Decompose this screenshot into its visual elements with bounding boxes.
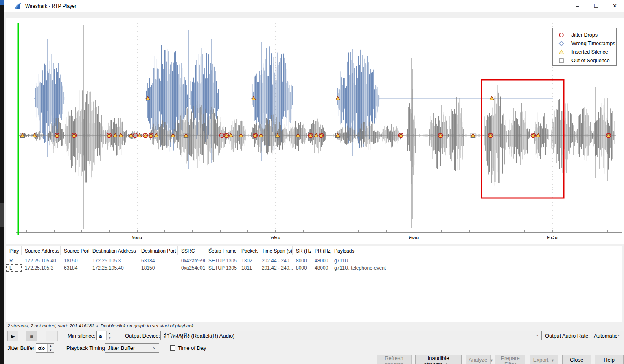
cell: SETUP 1305 <box>205 264 238 272</box>
legend-item: Out of Sequence <box>558 56 616 65</box>
chevron-down-icon: ⌄ <box>535 331 539 339</box>
button-label: Analyze <box>469 357 487 363</box>
legend-item: Inserted Silence <box>558 48 616 56</box>
dropdown-arrow-icon: ▼ <box>551 358 554 362</box>
output-device-label: Output Device: <box>125 331 160 340</box>
stream-row-R[interactable]: R172.25.105.4018150172.25.105.3631840x42… <box>6 257 622 264</box>
playhead-line[interactable] <box>18 23 19 235</box>
button-label: Close <box>570 357 583 363</box>
button-label: Export <box>533 357 549 363</box>
column-header-source-address[interactable]: Source Address <box>22 246 61 255</box>
cell: R <box>6 257 22 264</box>
column-header-payloads[interactable]: Payloads <box>331 246 575 255</box>
jitter-buffer-label: Jitter Buffer: <box>7 343 36 353</box>
legend-label: Jitter Drops <box>571 32 598 38</box>
min-silence-label: Min silence: <box>68 331 96 340</box>
diamond-legend-icon <box>558 41 564 46</box>
time-of-day-checkbox[interactable] <box>170 345 175 351</box>
legend-item: Jitter Drops <box>558 31 616 39</box>
analyze-button[interactable]: Analyze▼ <box>466 355 491 364</box>
column-header-ssrc[interactable]: SSRC <box>178 246 205 255</box>
min-silence-spinner[interactable]: ๒ ▲▼ <box>96 331 113 340</box>
circle-legend-icon <box>558 32 564 38</box>
button-label: Help <box>604 357 615 363</box>
axis-label: ๒๓๐ <box>409 234 419 240</box>
triangle-legend-icon <box>558 49 564 55</box>
jitter-buffer-value: ๕๐ <box>38 344 45 352</box>
table-header[interactable]: PlaySource AddressSource PortDestination… <box>6 246 622 255</box>
desktop-edge-strip <box>0 0 4 364</box>
column-header-time-span-s-[interactable]: Time Span (s) <box>258 246 293 255</box>
cell: L <box>6 264 22 272</box>
cell: g711U, telephone-event <box>331 264 575 272</box>
cell: 1811 <box>238 264 258 272</box>
cell: 18150 <box>138 264 178 272</box>
chevron-down-icon: ⌄ <box>152 343 156 351</box>
cell: 63184 <box>61 264 89 272</box>
titlebar: Wireshark · RTP Player – ☐ ✕ <box>4 0 624 12</box>
axis-label: ๒๒๐ <box>270 234 280 240</box>
jitter-buffer-spinner[interactable]: ๕๐ ▲▼ <box>36 343 54 353</box>
output-audio-rate-label: Output Audio Rate: <box>545 331 590 340</box>
maximize-button[interactable]: ☐ <box>587 0 605 12</box>
close-window-button[interactable]: ✕ <box>606 0 624 12</box>
column-header-source-port[interactable]: Source Port <box>61 246 89 255</box>
pause-button[interactable] <box>46 331 58 341</box>
column-header-destination-port[interactable]: Destination Port <box>138 246 178 255</box>
cell: 48000 <box>311 264 331 272</box>
cell: 172.25.105.3 <box>89 257 138 264</box>
cell: 48000 <box>311 257 331 264</box>
cell: g711U <box>331 257 575 264</box>
wireshark-logo-icon <box>15 2 22 10</box>
inaudible-streams-button[interactable]: Inaudible streams▼ <box>415 355 462 364</box>
column-header-packets[interactable]: Packets <box>238 246 258 255</box>
axis-label: ๒๔๐ <box>547 234 558 240</box>
legend-label: Out of Sequence <box>571 58 610 63</box>
column-header-pr-hz-[interactable]: PR (Hz) <box>311 246 331 255</box>
close-button[interactable]: Close <box>562 355 591 364</box>
rtp-streams-table[interactable]: PlaySource AddressSource PortDestination… <box>6 246 622 322</box>
button-label: Inaudible streams <box>424 355 449 364</box>
help-button[interactable]: Help <box>595 355 624 364</box>
playback-timing-combobox[interactable]: Jitter Buffer ⌄ <box>105 343 159 353</box>
chart-legend: Jitter DropsWrong TimestampsInserted Sil… <box>552 28 617 66</box>
legend-item: Wrong Timestamps <box>558 39 616 48</box>
cell: 18150 <box>61 257 89 264</box>
legend-label: Inserted Silence <box>571 49 608 55</box>
spinner-arrows-icon[interactable]: ▲▼ <box>47 344 54 352</box>
sort-indicator-icon: ㅅ <box>209 246 213 251</box>
taskbar-icon-fragment <box>0 0 4 5</box>
playback-timing-value: Jitter Buffer <box>108 345 135 351</box>
column-header-destination-address[interactable]: Destination Address <box>89 246 138 255</box>
axis-label: ๒๑๐ <box>132 234 142 240</box>
cell: 172.25.105.40 <box>89 264 138 272</box>
cell: 63184 <box>138 257 178 264</box>
cell: 201.42 - 240.... <box>258 264 293 272</box>
export-button[interactable]: Export▼ <box>530 355 558 364</box>
cell: 0xa254e017 <box>178 264 205 272</box>
square-legend-icon <box>558 58 564 63</box>
status-text: 2 streams, 2 not muted, start: 201.41618… <box>7 323 195 328</box>
cell: 8000 <box>293 257 311 264</box>
play-button[interactable]: ▶ <box>7 331 18 341</box>
minimize-button[interactable]: – <box>568 0 587 12</box>
output-device-combobox[interactable]: ลำโพง/หูฟัง (Realtek(R) Audio) ⌄ <box>160 331 542 340</box>
stop-button[interactable]: ■ <box>26 331 37 341</box>
cell: 0x42afe59b <box>178 257 205 264</box>
window-title: Wireshark · RTP Player <box>25 3 77 9</box>
output-device-value: ลำโพง/หูฟัง (Realtek(R) Audio) <box>163 333 234 339</box>
prepare-filter-button[interactable]: Prepare Filter <box>495 355 525 364</box>
output-audio-rate-value: Automatic <box>594 333 617 339</box>
output-audio-rate-combobox[interactable]: Automatic ⌄ <box>591 331 624 340</box>
waveform-chart[interactable]: ๒๑๐๒๒๐๒๓๐๒๔๐ Jitter DropsWrong Timestamp… <box>6 18 624 244</box>
refresh-streams-button[interactable]: Refresh streams <box>377 355 412 364</box>
playback-timing-label: Playback Timing: <box>66 343 106 353</box>
spinner-arrows-icon[interactable]: ▲▼ <box>106 331 113 340</box>
cell: 172.25.105.40 <box>22 257 61 264</box>
button-label: Prepare Filter <box>501 355 519 364</box>
column-header-play[interactable]: Play <box>6 246 22 255</box>
column-header-sr-hz-[interactable]: SR (Hz) <box>293 246 311 255</box>
button-label: Refresh streams <box>385 355 403 364</box>
stream-row-L[interactable]: L172.25.105.363184172.25.105.40181500xa2… <box>6 264 622 272</box>
desktop-fragment <box>0 203 4 227</box>
